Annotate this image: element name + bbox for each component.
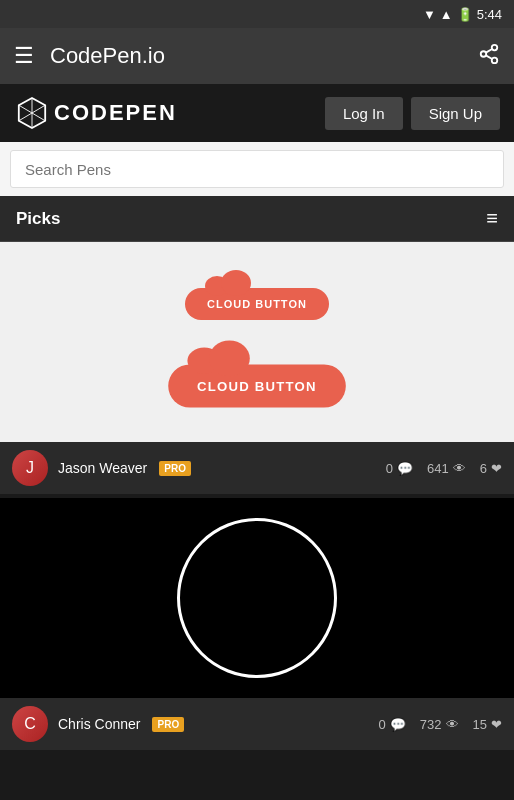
pen-stats-2: 0 💬 732 👁 15 ❤ xyxy=(379,717,502,732)
svg-line-3 xyxy=(486,55,492,59)
signup-button[interactable]: Sign Up xyxy=(411,97,500,130)
likes-count-1: 6 xyxy=(480,461,487,476)
status-icons: ▼ ▲ 🔋 5:44 xyxy=(423,7,502,22)
cloud-button-2: CLOUD BUTTON xyxy=(168,364,345,407)
pen-preview-1[interactable]: CLOUD BUTTON CLOUD BUTTON xyxy=(0,242,514,442)
likes-stat-1: 6 ❤ xyxy=(480,461,502,476)
auth-buttons: Log In Sign Up xyxy=(325,97,500,130)
pro-badge-2: PRO xyxy=(152,717,184,732)
heart-icon-1: ❤ xyxy=(491,461,502,476)
codepen-logo: CODEPEN xyxy=(14,95,177,131)
comments-stat-1: 0 💬 xyxy=(386,461,413,476)
search-input[interactable] xyxy=(10,150,504,188)
codepen-logo-text: CODEPEN xyxy=(54,100,177,126)
wifi-icon: ▼ xyxy=(423,7,436,22)
author-area-1: Jason Weaver PRO xyxy=(58,460,191,476)
likes-stat-2: 15 ❤ xyxy=(473,717,502,732)
cloud-button-1: CLOUD BUTTON xyxy=(185,288,329,320)
search-container xyxy=(0,142,514,196)
pen-card-1: CLOUD BUTTON CLOUD BUTTON J Jason Weaver… xyxy=(0,242,514,494)
toolbar: ☰ CodePen.io xyxy=(0,28,514,84)
picks-title: Picks xyxy=(16,209,60,229)
battery-icon: 🔋 xyxy=(457,7,473,22)
pen-card-2: C Chris Conner PRO 0 💬 732 👁 15 ❤ xyxy=(0,498,514,750)
likes-count-2: 15 xyxy=(473,717,487,732)
picks-header: Picks ≡ xyxy=(0,196,514,242)
heart-icon-2: ❤ xyxy=(491,717,502,732)
views-count-2: 732 xyxy=(420,717,442,732)
pen-stats-1: 0 💬 641 👁 6 ❤ xyxy=(386,461,502,476)
share-icon[interactable] xyxy=(478,43,500,70)
codepen-header: CODEPEN Log In Sign Up xyxy=(0,84,514,142)
author-avatar-1: J xyxy=(12,450,48,486)
svg-point-2 xyxy=(492,57,498,62)
comments-stat-2: 0 💬 xyxy=(379,717,406,732)
toolbar-title: CodePen.io xyxy=(50,43,462,69)
picks-menu-icon[interactable]: ≡ xyxy=(486,207,498,230)
svg-line-4 xyxy=(486,48,492,52)
circle-animation xyxy=(177,518,337,678)
author-avatar-2: C xyxy=(12,706,48,742)
comment-icon-1: 💬 xyxy=(397,461,413,476)
eye-icon-2: 👁 xyxy=(446,717,459,732)
author-name-2: Chris Conner xyxy=(58,716,140,732)
svg-point-0 xyxy=(492,44,498,50)
views-count-1: 641 xyxy=(427,461,449,476)
comments-count-1: 0 xyxy=(386,461,393,476)
pro-badge-1: PRO xyxy=(159,461,191,476)
views-stat-2: 732 👁 xyxy=(420,717,459,732)
svg-point-1 xyxy=(481,51,487,57)
pen-meta-2: C Chris Conner PRO 0 💬 732 👁 15 ❤ xyxy=(0,698,514,750)
login-button[interactable]: Log In xyxy=(325,97,403,130)
pen-meta-1: J Jason Weaver PRO 0 💬 641 👁 6 ❤ xyxy=(0,442,514,494)
hamburger-icon[interactable]: ☰ xyxy=(14,43,34,69)
pen-preview-2[interactable] xyxy=(0,498,514,698)
time-display: 5:44 xyxy=(477,7,502,22)
author-name-1: Jason Weaver xyxy=(58,460,147,476)
signal-icon: ▲ xyxy=(440,7,453,22)
codepen-hex-icon xyxy=(14,95,50,131)
eye-icon-1: 👁 xyxy=(453,461,466,476)
views-stat-1: 641 👁 xyxy=(427,461,466,476)
comment-icon-2: 💬 xyxy=(390,717,406,732)
status-bar: ▼ ▲ 🔋 5:44 xyxy=(0,0,514,28)
comments-count-2: 0 xyxy=(379,717,386,732)
author-area-2: Chris Conner PRO xyxy=(58,716,184,732)
